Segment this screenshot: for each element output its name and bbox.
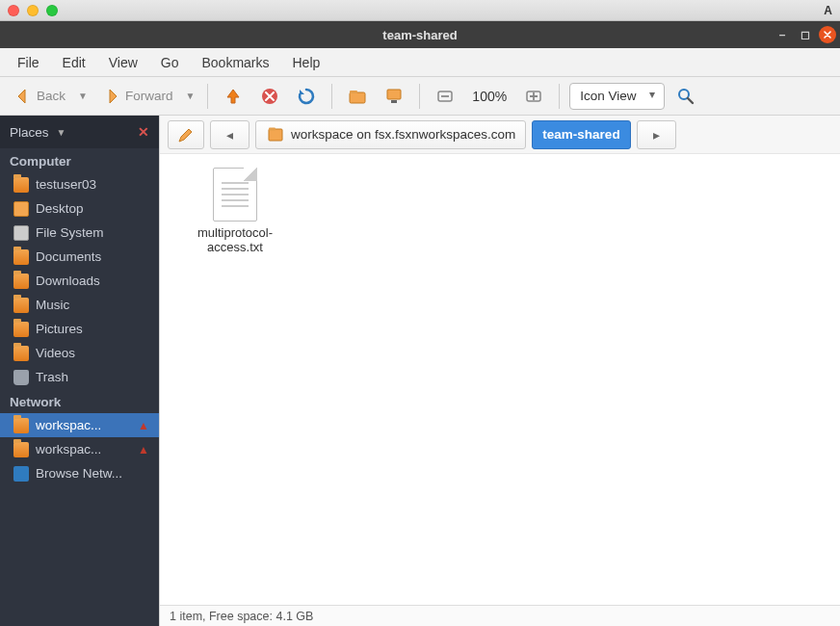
svg-rect-4	[391, 100, 397, 103]
folder-icon	[13, 249, 29, 265]
window-maximize-icon[interactable]: ◻	[796, 25, 815, 44]
folder-icon	[13, 442, 29, 457]
menu-bookmarks[interactable]: Bookmarks	[192, 51, 278, 74]
sidebar-category-network: Network	[0, 389, 159, 413]
menu-edit[interactable]: Edit	[53, 51, 95, 74]
arrow-left-icon	[13, 87, 33, 106]
stop-icon	[260, 87, 279, 106]
path-back-button[interactable]: ◂	[210, 120, 249, 149]
folder-icon	[13, 322, 29, 337]
server-icon	[266, 125, 285, 144]
sidebar-item-filesystem[interactable]: File System	[0, 221, 159, 245]
sidebar-item-home[interactable]: testuser03	[0, 172, 159, 196]
sidebar-item-label: testuser03	[36, 177, 96, 192]
sidebar-item-browse-network[interactable]: Browse Netw...	[0, 461, 159, 485]
zoom-out-button[interactable]	[430, 83, 460, 110]
path-segment-label: workspace on fsx.fsxnworkspaces.com	[291, 127, 515, 142]
toolbar: Back ▼ Forward ▼	[0, 77, 840, 116]
reload-button[interactable]	[291, 83, 322, 110]
zoom-out-icon	[435, 87, 455, 106]
svg-rect-8	[269, 129, 282, 141]
forward-button[interactable]: Forward	[96, 83, 179, 110]
folder-icon	[13, 418, 29, 433]
sidebar-item-label: Videos	[36, 346, 75, 360]
path-segment-label: team-shared	[542, 127, 619, 142]
reload-icon	[297, 87, 316, 106]
folder-icon	[13, 177, 29, 193]
sidebar-item-label: workspac...	[36, 442, 101, 456]
sidebar-item-trash[interactable]: Trash	[0, 365, 159, 389]
text-file-icon	[213, 168, 257, 222]
computer-icon	[384, 87, 404, 106]
eject-icon[interactable]: ▲	[138, 443, 149, 456]
forward-dropdown[interactable]: ▼	[182, 91, 197, 101]
sidebar-item-label: Downloads	[36, 274, 100, 288]
sidebar-item-label: workspac...	[36, 418, 101, 432]
folder-icon	[13, 298, 29, 313]
svg-rect-3	[387, 90, 401, 99]
sidebar-item-pictures[interactable]: Pictures	[0, 317, 159, 341]
up-button[interactable]	[218, 83, 249, 110]
sidebar-close-icon[interactable]: ✕	[138, 124, 149, 140]
eject-icon[interactable]: ▲	[138, 419, 149, 432]
back-label: Back	[37, 89, 66, 103]
separator	[207, 84, 208, 109]
file-icon-view[interactable]: multiprotocol-access.txt	[160, 154, 840, 605]
path-segment-root[interactable]: workspace on fsx.fsxnworkspaces.com	[255, 120, 526, 149]
sidebar-item-label: Trash	[36, 370, 68, 384]
arrow-right-icon	[102, 87, 121, 106]
sidebar-item-downloads[interactable]: Downloads	[0, 269, 159, 293]
view-select-wrap: Icon View	[569, 83, 665, 110]
search-button[interactable]	[670, 83, 701, 110]
zoom-in-icon	[524, 87, 543, 106]
traffic-minimize-icon[interactable]	[27, 5, 39, 16]
sidebar-item-documents[interactable]: Documents	[0, 245, 159, 269]
path-forward-button[interactable]: ▸	[637, 120, 676, 149]
sidebar-header[interactable]: Places ▼ ✕	[0, 116, 159, 148]
pathbar: ◂ workspace on fsx.fsxnworkspaces.com te…	[160, 116, 840, 154]
menu-help[interactable]: Help	[283, 51, 330, 74]
traffic-close-icon[interactable]	[8, 5, 19, 16]
chevron-left-icon: ◂	[219, 127, 241, 143]
menu-go[interactable]: Go	[151, 51, 189, 74]
folder-icon	[13, 274, 29, 289]
window-title: team-shared	[382, 28, 457, 42]
places-sidebar: Places ▼ ✕ Computer testuser03 Desktop F…	[0, 116, 159, 626]
menu-view[interactable]: View	[99, 51, 147, 74]
sidebar-item-desktop[interactable]: Desktop	[0, 196, 159, 221]
corner-indicator: A	[824, 4, 832, 17]
path-segment-current[interactable]: team-shared	[532, 120, 630, 149]
sidebar-item-label: Pictures	[36, 322, 83, 336]
menu-file[interactable]: File	[8, 51, 49, 74]
home-button[interactable]	[342, 83, 373, 110]
sidebar-item-videos[interactable]: Videos	[0, 341, 159, 365]
traffic-zoom-icon[interactable]	[46, 5, 58, 16]
window-minimize-icon[interactable]: –	[773, 25, 792, 44]
pencil-icon	[176, 125, 196, 144]
trash-icon	[13, 370, 29, 385]
view-mode-select[interactable]: Icon View	[569, 83, 665, 110]
statusbar: 1 item, Free space: 4.1 GB	[160, 605, 840, 626]
sidebar-item-music[interactable]: Music	[0, 293, 159, 317]
statusbar-text: 1 item, Free space: 4.1 GB	[170, 610, 313, 623]
back-dropdown[interactable]: ▼	[75, 91, 91, 101]
folder-icon	[13, 346, 29, 361]
window-close-icon[interactable]	[819, 26, 836, 43]
separator	[331, 84, 332, 109]
home-folder-icon	[348, 87, 367, 106]
sidebar-category-computer: Computer	[0, 148, 159, 172]
edit-path-button[interactable]	[168, 120, 204, 149]
menubar: File Edit View Go Bookmarks Help	[0, 48, 840, 77]
svg-rect-2	[350, 91, 357, 93]
stop-button[interactable]	[254, 83, 285, 110]
zoom-in-button[interactable]	[518, 83, 549, 110]
sidebar-item-network-share-selected[interactable]: workspac...▲	[0, 413, 159, 437]
file-item[interactable]: multiprotocol-access.txt	[177, 168, 293, 254]
back-button[interactable]: Back	[8, 83, 71, 110]
sidebar-item-network-share[interactable]: workspac...▲	[0, 437, 159, 461]
svg-rect-9	[269, 127, 276, 130]
sidebar-item-label: Music	[36, 298, 69, 312]
computer-button[interactable]	[379, 83, 409, 110]
drive-icon	[13, 225, 29, 241]
search-icon	[676, 87, 696, 106]
